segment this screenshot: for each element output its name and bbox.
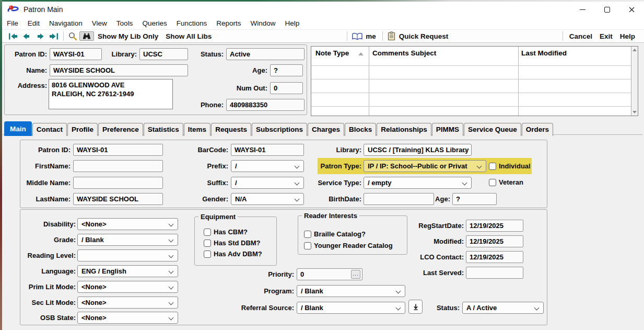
tab-statistics[interactable]: Statistics xyxy=(144,123,183,136)
has-std-dbm-checkbox[interactable] xyxy=(204,240,211,247)
tab-items[interactable]: Items xyxy=(184,123,210,136)
scroll-down-icon[interactable] xyxy=(633,111,637,113)
lco-contact-field[interactable]: 12/19/2025 xyxy=(466,251,523,263)
prefix-select[interactable]: / xyxy=(231,160,304,172)
header-name-field[interactable]: WAYSIDE SCHOOL xyxy=(50,64,188,76)
individual-checkbox[interactable] xyxy=(489,163,496,170)
prim-lit-mode-select[interactable]: <None> xyxy=(77,281,178,293)
table-row[interactable] xyxy=(311,79,631,79)
age-field[interactable]: ? xyxy=(452,193,497,205)
notes-col-note-type[interactable]: Note Type xyxy=(315,49,349,57)
quick-request-label[interactable]: Quick Request xyxy=(397,31,452,41)
tab-preference[interactable]: Preference xyxy=(98,123,143,136)
patron-type-select[interactable]: IP / IP: School--Public or Privat xyxy=(364,160,486,172)
tab-requests[interactable]: Requests xyxy=(211,123,251,136)
veteran-checkbox[interactable] xyxy=(489,179,496,186)
menu-help[interactable]: Help xyxy=(280,18,304,28)
header-library-field[interactable]: UCSC xyxy=(139,48,188,60)
menu-navigation[interactable]: Navigation xyxy=(44,18,87,28)
prim-lit-mode-label: Prim Lit Mode: xyxy=(16,281,76,293)
header-num-out-field[interactable]: 0 xyxy=(270,82,303,94)
disability-select[interactable]: <None> xyxy=(77,218,178,230)
birthdate-field[interactable] xyxy=(364,193,434,205)
osb-state-select[interactable]: <None> xyxy=(77,312,178,324)
table-row[interactable] xyxy=(311,106,631,107)
menu-reports[interactable]: Reports xyxy=(212,18,245,28)
tab-orders[interactable]: Orders xyxy=(522,123,553,136)
last-served-field[interactable] xyxy=(466,267,523,279)
help-button[interactable]: Help xyxy=(616,31,639,41)
nav-previous-button[interactable] xyxy=(20,32,33,41)
nav-first-button[interactable] xyxy=(6,32,20,41)
notes-col-comments-subject[interactable]: Comments Subject xyxy=(372,49,436,57)
show-all-libs-button[interactable]: Show All Libs xyxy=(162,31,215,41)
cancel-button[interactable]: Cancel xyxy=(566,31,596,41)
header-patron-id-field[interactable]: WAYSI-01 xyxy=(50,48,102,60)
has-adv-dbm-checkbox[interactable] xyxy=(204,251,211,258)
modified-field[interactable]: 12/19/2025 xyxy=(466,235,523,247)
show-my-lib-only-button[interactable]: Show My Lib Only xyxy=(94,31,162,41)
reading-level-select[interactable] xyxy=(77,249,178,261)
priority-more-button[interactable]: ... xyxy=(351,270,360,279)
tab-relationships[interactable]: Relationships xyxy=(377,123,431,136)
firstname-field[interactable] xyxy=(73,160,163,172)
menu-tools[interactable]: Tools xyxy=(112,18,138,28)
tab-blocks[interactable]: Blocks xyxy=(345,123,376,136)
service-type-select[interactable]: / empty xyxy=(364,177,472,189)
menu-file[interactable]: File xyxy=(2,18,23,28)
status-select[interactable]: A / Active xyxy=(462,302,544,314)
table-row[interactable] xyxy=(311,65,631,66)
find-button[interactable] xyxy=(79,31,94,41)
language-select[interactable]: ENG / English xyxy=(77,265,178,277)
library-select[interactable]: UCSC / [Training] KLAS Library xyxy=(364,144,472,156)
notes-col-last-modified[interactable]: Last Modified xyxy=(521,49,567,57)
notes-scrollbar[interactable] xyxy=(631,47,638,116)
scroll-up-icon[interactable] xyxy=(633,49,637,51)
middle-name-field[interactable] xyxy=(73,177,163,189)
me-button[interactable] xyxy=(350,32,365,41)
nav-next-button[interactable] xyxy=(33,32,46,41)
menu-functions[interactable]: Functions xyxy=(172,18,212,28)
tab-charges[interactable]: Charges xyxy=(308,123,344,136)
menu-queries[interactable]: Queries xyxy=(137,18,171,28)
me-button-label[interactable]: me xyxy=(365,31,380,41)
tab-service-queue[interactable]: Service Queue xyxy=(464,123,521,136)
header-phone-field[interactable]: 4809883350 xyxy=(226,99,305,111)
header-age-field[interactable]: ? xyxy=(270,64,303,76)
tab-main[interactable]: Main xyxy=(4,121,32,136)
header-status-field[interactable]: Active xyxy=(226,48,305,60)
braille-catalog-checkbox[interactable] xyxy=(304,231,311,238)
regstartdate-field[interactable]: 12/19/2025 xyxy=(466,220,523,232)
grade-select[interactable]: / Blank xyxy=(77,234,178,246)
referral-source-select[interactable]: / Blank xyxy=(297,302,405,314)
nav-last-button[interactable] xyxy=(46,32,61,41)
header-address-field[interactable]: 8016 GLENWOOD AVE RALEIGH, NC 27612-1949 xyxy=(49,79,173,109)
menu-edit[interactable]: Edit xyxy=(23,18,44,28)
suffix-select[interactable]: / xyxy=(231,177,304,189)
gender-select[interactable]: N/A xyxy=(231,193,304,205)
close-icon xyxy=(629,7,635,13)
table-row[interactable] xyxy=(311,93,631,93)
tab-subscriptions[interactable]: Subscriptions xyxy=(252,123,307,136)
desktop-edge-top xyxy=(0,0,644,2)
patron-id-field[interactable]: WAYSI-01 xyxy=(73,144,163,156)
program-select[interactable]: / Blank xyxy=(297,285,405,297)
language-label: Language: xyxy=(16,265,76,277)
header-status-label: Status: xyxy=(193,48,224,60)
quick-request-button[interactable] xyxy=(385,31,397,41)
maximize-button[interactable] xyxy=(595,2,619,17)
barcode-field[interactable]: WAYSI-01 xyxy=(231,144,304,156)
younger-reader-checkbox[interactable] xyxy=(304,242,311,249)
tab-pimms[interactable]: PIMMS xyxy=(432,123,463,136)
menu-view[interactable]: View xyxy=(87,18,112,28)
lastname-field[interactable]: WAYSIDE SCHOOL xyxy=(73,193,163,205)
tab-profile[interactable]: Profile xyxy=(67,123,98,136)
tab-contact[interactable]: Contact xyxy=(32,123,67,136)
exit-button[interactable]: Exit xyxy=(596,31,616,41)
minimize-button[interactable] xyxy=(570,2,595,17)
has-cbm-checkbox[interactable] xyxy=(204,229,211,236)
sec-lit-mode-select[interactable]: <None> xyxy=(77,297,178,309)
menu-window[interactable]: Window xyxy=(245,18,280,28)
close-button[interactable] xyxy=(619,2,644,17)
search-button[interactable] xyxy=(66,31,79,41)
